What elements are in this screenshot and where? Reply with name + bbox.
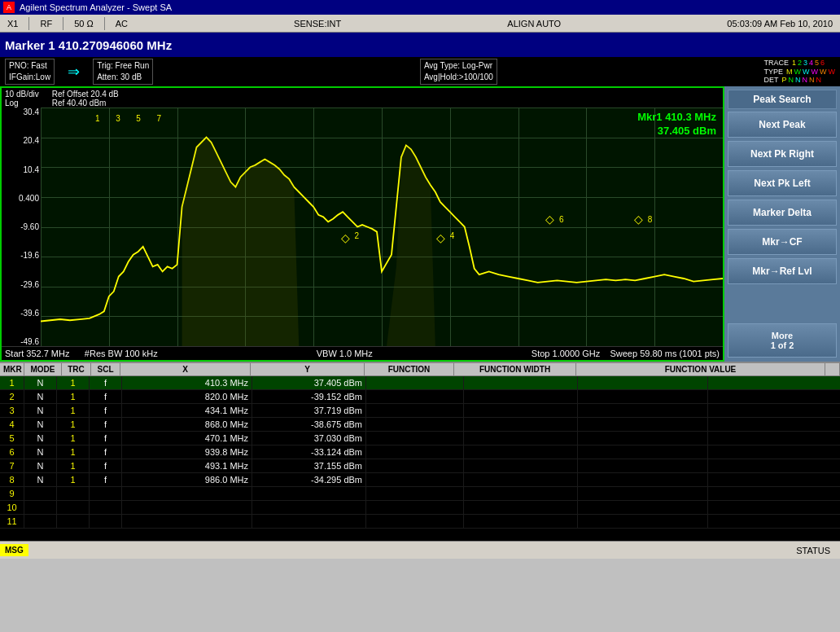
table-header-row: MKR MODE TRC SCL X Y FUNCTION FUNCTION W… (0, 363, 840, 376)
trig-label: Trig: Free Run (97, 60, 149, 72)
td-mkr: 6 (0, 445, 24, 459)
td-fn (366, 376, 464, 389)
marker-delta-button[interactable]: Marker Delta (728, 200, 837, 226)
menu-rf[interactable]: RF (33, 16, 59, 31)
td-trc (57, 515, 90, 528)
td-trc: 1 (57, 432, 90, 445)
avg-hold-label: Avg|Hold:>100/100 (424, 72, 493, 83)
td-fnw (464, 515, 578, 528)
td-fn (366, 459, 464, 472)
mkr-ref-lvl-button[interactable]: Mkr→Ref Lvl (728, 258, 837, 284)
avg-box: Avg Type: Log-Pwr Avg|Hold:>100/100 (420, 59, 497, 85)
table-row[interactable]: 3 N 1 f 434.1 MHz 37.719 dBm (0, 404, 840, 418)
td-fnv (578, 376, 708, 389)
next-pk-right-button[interactable]: Next Pk Right (728, 141, 837, 167)
td-trc: 1 (57, 418, 90, 431)
title-bar: A Agilent Spectrum Analyzer - Swept SA (0, 0, 840, 15)
menu-sep3 (104, 17, 105, 30)
div-label: 10 dB/div (5, 90, 39, 99)
type-header: TYPE (764, 68, 784, 77)
svg-marker-0 (182, 138, 300, 346)
stop-freq: Stop 1.0000 GHz (532, 349, 600, 358)
atten-label: Atten: 30 dB (97, 72, 149, 83)
td-x (122, 515, 252, 528)
vbw: VBW 1.0 MHz (317, 349, 373, 358)
td-fn (366, 501, 464, 514)
td-fnv (578, 487, 708, 500)
info-bar: PNO: Fast IFGain:Low ⇒ Trig: Free Run At… (0, 57, 840, 86)
td-x: 493.1 MHz (122, 459, 252, 472)
td-mkr: 11 (0, 515, 24, 528)
td-trc: 1 (57, 404, 90, 417)
td-x: 820.0 MHz (122, 390, 252, 403)
th-function: FUNCTION (365, 363, 454, 375)
table-row[interactable]: 10 (0, 501, 840, 515)
td-mkr: 2 (0, 390, 24, 403)
table-row[interactable]: 7 N 1 f 493.1 MHz 37.155 dBm (0, 459, 840, 473)
td-y: -39.152 dBm (252, 390, 366, 403)
td-fn (366, 445, 464, 459)
td-fnw (464, 418, 578, 431)
table-row[interactable]: 4 N 1 f 868.0 MHz -38.675 dBm (0, 418, 840, 432)
td-y (252, 515, 366, 528)
td-trc (57, 487, 90, 500)
th-fnv: FUNCTION VALUE (576, 363, 825, 375)
table-row[interactable]: 9 (0, 487, 840, 501)
td-mkr: 9 (0, 487, 24, 500)
td-mkr: 5 (0, 432, 24, 445)
table-row[interactable]: 2 N 1 f 820.0 MHz -39.152 dBm (0, 390, 840, 404)
th-scroll (825, 363, 840, 375)
td-fn (366, 390, 464, 403)
menu-sep2 (63, 17, 63, 30)
menu-sense[interactable]: SENSE:INT (287, 16, 348, 31)
td-scl: f (90, 473, 122, 486)
td-mkr: 1 (0, 376, 24, 389)
menu-align[interactable]: ALIGN AUTO (500, 16, 568, 31)
td-fnv (578, 501, 708, 514)
td-fnv (578, 445, 708, 459)
td-scl: f (90, 445, 122, 459)
td-fn (366, 432, 464, 445)
menu-ac[interactable]: AC (108, 16, 135, 31)
table-row[interactable]: 5 N 1 f 470.1 MHz 37.030 dBm (0, 432, 840, 445)
spectrum-trace (41, 108, 723, 346)
td-mode (24, 515, 57, 528)
more-button[interactable]: More1 of 2 (728, 323, 837, 358)
menu-x1[interactable]: X1 (0, 16, 25, 31)
th-mode: MODE (24, 363, 62, 375)
td-x: 939.8 MHz (122, 445, 252, 459)
td-mkr: 4 (0, 418, 24, 431)
table-row[interactable]: 1 N 1 f 410.3 MHz 37.405 dBm (0, 376, 840, 390)
td-fnv (578, 390, 708, 403)
td-y: 37.030 dBm (252, 432, 366, 445)
td-fnv (578, 404, 708, 417)
td-y: 37.719 dBm (252, 404, 366, 417)
td-mode: N (24, 418, 57, 431)
td-x: 986.0 MHz (122, 473, 252, 486)
td-fnv (578, 473, 708, 486)
status-msg-label: MSG (0, 544, 28, 556)
next-pk-left-button[interactable]: Next Pk Left (728, 170, 837, 196)
table-row[interactable]: 8 N 1 f 986.0 MHz -34.295 dBm (0, 473, 840, 487)
td-scl: f (90, 404, 122, 417)
mkr-cf-button[interactable]: Mkr→CF (728, 229, 837, 255)
ref-value: Ref 40.40 dBm (52, 99, 107, 108)
td-y: 37.405 dBm (252, 376, 366, 389)
table-row[interactable]: 11 (0, 515, 840, 529)
avg-type-label: Avg Type: Log-Pwr (424, 60, 493, 72)
next-peak-button[interactable]: Next Peak (728, 112, 837, 138)
table-body[interactable]: 1 N 1 f 410.3 MHz 37.405 dBm 2 N 1 f 820… (0, 376, 840, 541)
td-fnv (578, 515, 708, 528)
menu-50ohm[interactable]: 50 Ω (67, 16, 101, 31)
table-row[interactable]: 6 N 1 f 939.8 MHz -33.124 dBm (0, 445, 840, 459)
y-axis-log: Log (5, 99, 19, 108)
td-trc (57, 501, 90, 514)
det-header: DET (764, 76, 779, 85)
td-y: -38.675 dBm (252, 418, 366, 431)
td-y (252, 501, 366, 514)
td-x: 410.3 MHz (122, 376, 252, 389)
td-scl: f (90, 418, 122, 431)
trig-box: Trig: Free Run Atten: 30 dB (93, 59, 153, 85)
app-icon: A (3, 2, 15, 13)
bottom-area: MKR MODE TRC SCL X Y FUNCTION FUNCTION W… (0, 362, 840, 541)
